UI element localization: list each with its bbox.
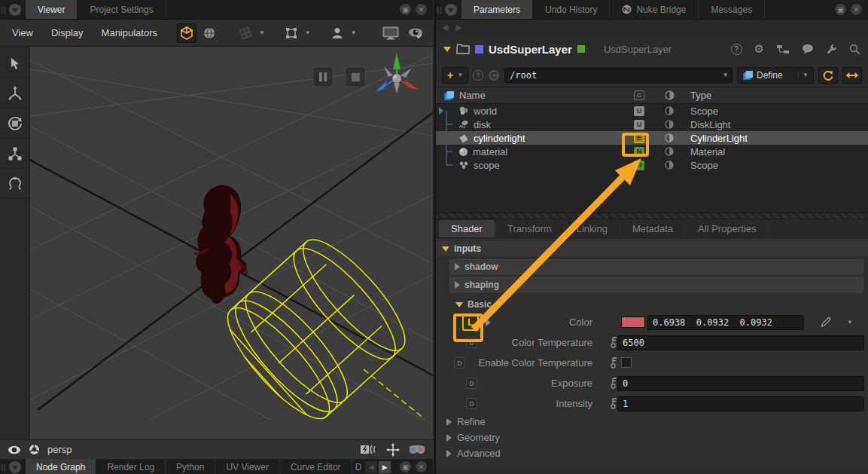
default-value-badge[interactable]: D (466, 398, 477, 409)
tab-all-properties[interactable]: All Properties (686, 220, 769, 237)
tab-node-graph[interactable]: Node Graph (26, 459, 96, 474)
edit-state-badge[interactable]: U (634, 120, 644, 130)
comment-bubble-icon[interactable] (802, 44, 814, 54)
tab-parameters[interactable]: Parameters (461, 0, 533, 19)
tree-row-disk[interactable]: disk U DiskLight (436, 118, 868, 131)
exposure-field[interactable]: 0 (617, 376, 864, 391)
visibility-icon[interactable] (665, 120, 674, 129)
column-name-header[interactable]: Name (459, 90, 486, 101)
tab-render-log[interactable]: Render Log (96, 459, 166, 474)
gear-icon[interactable]: ⚙ (754, 42, 764, 56)
menu-view[interactable]: View (5, 27, 41, 38)
eye-icon[interactable] (8, 445, 21, 454)
help-icon[interactable]: ? (473, 70, 483, 81)
shaping-section[interactable]: shaping (449, 277, 863, 292)
tab-uv-viewer[interactable]: UV Viewer (215, 459, 279, 474)
add-location-button[interactable]: + ▼ (442, 67, 468, 84)
stereo-glasses-icon[interactable] (409, 445, 425, 454)
person-caret-icon[interactable]: ▼ (351, 29, 357, 36)
path-caret-icon[interactable]: ▼ (723, 72, 727, 78)
tab-nuke-bridge[interactable]: Nuke Bridge (610, 0, 699, 19)
basic-section-header[interactable]: Basic (455, 298, 868, 310)
default-value-badge[interactable]: D (454, 357, 465, 368)
color-value-field[interactable]: 0.6938 0.0932 0.0932 (647, 315, 804, 330)
camera-aperture-icon[interactable] (29, 444, 40, 455)
nav-forward-icon[interactable]: ▶ (455, 23, 461, 32)
select-tool-button[interactable] (1, 48, 29, 78)
column-edit-header[interactable]: C (634, 90, 644, 100)
node-name[interactable]: UsdSuperLayer (489, 43, 572, 56)
help-icon[interactable]: ? (731, 44, 742, 55)
tab-metadata[interactable]: Metadata (620, 220, 686, 237)
geometry-section[interactable]: Geometry (436, 430, 868, 445)
eyedropper-icon[interactable] (820, 317, 831, 328)
menu-display[interactable]: Display (44, 27, 91, 38)
visibility-icon[interactable] (665, 106, 674, 115)
tree-row-cylinderlight[interactable]: cylinderlight E CylinderLight (436, 131, 868, 145)
tab-project-settings[interactable]: Project Settings (78, 0, 166, 19)
tab-messages[interactable]: Messages (699, 0, 765, 19)
node-graph-link-icon[interactable] (776, 44, 790, 54)
camera-person-button[interactable] (327, 23, 347, 43)
panel-splitter[interactable] (436, 213, 868, 219)
tab-viewer[interactable]: Viewer (26, 0, 78, 19)
mode-caret-icon[interactable]: ▼ (798, 72, 809, 78)
render-flash-icon[interactable] (361, 445, 377, 454)
visibility-column-icon[interactable] (665, 90, 675, 100)
mode-dropdown[interactable]: Define ▼ (737, 67, 814, 84)
pane-popout-icon[interactable]: ▣ (835, 4, 846, 15)
pan-move-icon[interactable] (386, 443, 400, 457)
axis-gizmo[interactable] (375, 53, 419, 93)
viewport-3d[interactable] (30, 47, 433, 439)
tree-row-world[interactable]: world U Scope (436, 104, 868, 118)
visibility-icon[interactable] (665, 147, 674, 156)
layout-caret-icon[interactable]: ▼ (259, 29, 265, 36)
visibility-check-icon[interactable] (407, 26, 424, 40)
pane-popout-icon[interactable]: ▣ (400, 461, 411, 472)
node-collapse-icon[interactable] (443, 47, 451, 52)
pane-menu-icon[interactable] (9, 461, 21, 473)
edit-state-badge[interactable]: N (634, 161, 644, 170)
edit-state-badge[interactable]: U (634, 106, 644, 116)
pane-close-icon[interactable]: ✕ (416, 4, 427, 15)
selection-caret-icon[interactable]: ▼ (305, 29, 311, 36)
pane-popout-icon[interactable]: ▣ (400, 4, 411, 15)
selection-mode-button[interactable] (282, 23, 301, 43)
refine-section[interactable]: Refine (436, 414, 868, 430)
wrench-icon[interactable] (826, 44, 837, 55)
tab-scroll-left-icon[interactable]: ◀ (364, 460, 378, 474)
camera-name-label[interactable]: persp (47, 444, 72, 455)
pane-menu-icon[interactable] (445, 4, 457, 16)
column-type-header[interactable]: Type (684, 90, 711, 101)
tree-row-material[interactable]: material N Material (436, 145, 868, 158)
tab-curve-editor[interactable]: Curve Editor (280, 459, 352, 474)
search-icon[interactable] (849, 44, 860, 55)
node-color-swatch[interactable] (475, 45, 483, 54)
stop-button[interactable] (346, 68, 364, 86)
pane-menu-icon[interactable] (9, 4, 21, 16)
rotate-tool-button[interactable] (1, 109, 29, 139)
color-options-caret-icon[interactable]: ▼ (847, 319, 853, 326)
tab-undo-history[interactable]: Undo History (533, 0, 610, 19)
swap-button[interactable] (842, 67, 862, 84)
refresh-button[interactable] (818, 67, 838, 84)
expand-triangle-icon[interactable] (486, 319, 491, 326)
intensity-field[interactable]: 1 (617, 396, 864, 411)
value-state-icon[interactable] (611, 357, 618, 369)
color-temperature-field[interactable]: 6500 (617, 335, 864, 350)
visibility-icon[interactable] (665, 133, 674, 142)
pane-drag-handle[interactable]: || (436, 0, 443, 19)
scale-tool-button[interactable] (1, 139, 29, 169)
nav-back-icon[interactable]: ◀ (442, 23, 448, 32)
pane-drag-handle[interactable]: || (0, 459, 8, 474)
tab-transform[interactable]: Transform (495, 220, 565, 237)
tab-python[interactable]: Python (166, 459, 215, 474)
pane-drag-handle[interactable]: || (0, 0, 8, 19)
menu-manipulators[interactable]: Manipulators (94, 27, 165, 38)
advanced-section[interactable]: Advanced (436, 445, 868, 461)
reset-icon[interactable] (488, 69, 500, 81)
enable-color-temperature-checkbox[interactable] (621, 357, 632, 368)
pane-close-icon[interactable]: ✕ (416, 461, 427, 472)
tab-scroll-right-icon[interactable]: ▶ (378, 460, 391, 474)
shaded-mode-button[interactable] (177, 23, 196, 43)
